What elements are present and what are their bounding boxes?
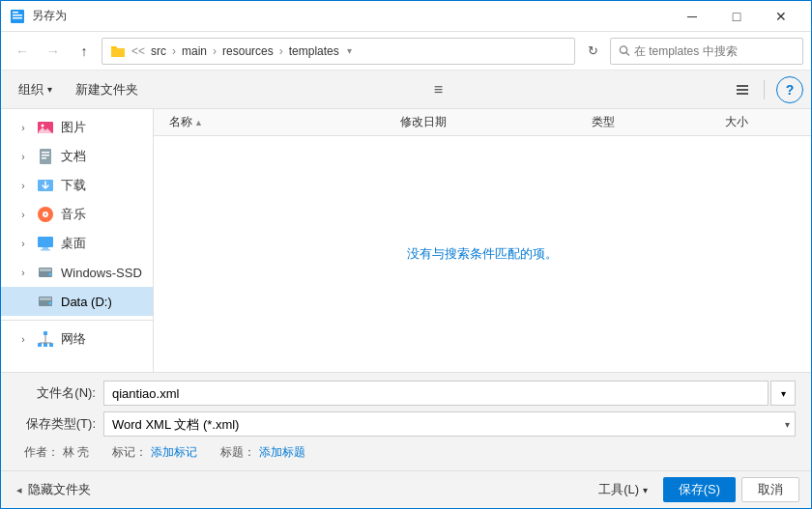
address-bar[interactable]: << src › main › resources › templates ▾ [102,38,575,65]
svg-rect-8 [737,93,748,95]
sort-arrow-name: ▲ [194,118,203,127]
filename-dropdown-button[interactable]: ▾ [770,381,796,406]
addr-sep-2: › [172,44,176,58]
svg-rect-12 [42,152,49,154]
author-label: 作者： [24,444,59,461]
help-button[interactable]: ? [776,76,803,103]
sidebar-item-windows-ssd[interactable]: › Windows-SSD [1,258,153,287]
sidebar-label-windows-ssd: Windows-SSD [61,266,142,280]
view-extra-button[interactable] [729,76,756,103]
desktop-icon [36,234,55,253]
search-input[interactable] [634,44,795,58]
svg-rect-30 [44,343,47,347]
svg-rect-29 [38,343,42,347]
svg-rect-2 [13,17,22,19]
forward-button[interactable]: → [40,38,67,65]
col-header-size[interactable]: 大小 [717,114,811,130]
svg-rect-31 [49,343,53,347]
hide-folders-arrow: ◂ [13,484,26,496]
action-divider [764,80,765,99]
svg-point-27 [49,302,52,305]
new-folder-button[interactable]: 新建文件夹 [66,76,148,103]
sidebar-item-data-d[interactable]: Data (D:) [1,287,153,316]
tags-item: 标记： 添加标记 [112,444,197,461]
tools-button[interactable]: 工具(L) ▾ [589,477,657,502]
list-view-icon [736,83,749,97]
bottom-section: 文件名(N): ▾ 保存类型(T): Word XML 文档 (*.xml) X… [1,372,811,470]
filetype-select[interactable]: Word XML 文档 (*.xml) XML 文档 (*.xml) 所有文件 … [103,411,796,437]
addr-part-templates: templates [289,44,339,58]
sidebar-item-network[interactable]: › 网络 [1,325,153,353]
expand-icon-documents: › [16,150,30,163]
addr-sep-3: › [213,44,217,58]
sidebar-label-desktop: 桌面 [61,235,86,252]
save-button[interactable]: 保存(S) [663,477,736,502]
documents-icon [36,147,55,166]
col-header-type[interactable]: 类型 [584,114,717,130]
title-link[interactable]: 添加标题 [259,444,305,461]
addr-part-src: src [151,44,166,58]
windows-ssd-icon [36,263,55,282]
svg-rect-13 [42,155,49,156]
metadata-row: 作者： 林 壳 标记： 添加标记 标题： 添加标题 [16,442,796,463]
back-button[interactable]: ← [9,38,36,65]
folder-icon [110,43,126,59]
file-list-header: 名称 ▲ 修改日期 类型 大小 [154,109,811,136]
sidebar-item-pictures[interactable]: › 图片 [1,113,153,142]
footer: ◂ 隐藏文件夹 工具(L) ▾ 保存(S) 取消 [1,470,811,508]
sidebar-item-downloads[interactable]: › 下载 [1,171,153,200]
addr-part-main: main [182,44,207,58]
action-bar: 组织 ▾ 新建文件夹 ≡ ? [1,71,811,109]
filetype-label: 保存类型(T): [16,415,103,433]
save-as-dialog: 另存为 ─ □ ✕ ← → ↑ << src › main › resource… [0,0,812,509]
hide-folders-label: 隐藏文件夹 [28,481,91,498]
author-value: 林 壳 [63,444,89,461]
svg-rect-20 [43,247,48,249]
file-list: 名称 ▲ 修改日期 类型 大小 没有与搜索条件匹配的项。 [154,109,811,372]
addr-sep-4: › [279,44,283,58]
col-header-name[interactable]: 名称 ▲ [161,114,392,130]
up-button[interactable]: ↑ [71,38,98,65]
addr-sep-1: << [131,44,145,58]
svg-rect-1 [13,14,22,16]
svg-rect-3 [13,12,18,14]
svg-rect-6 [737,85,748,87]
cancel-button[interactable]: 取消 [741,477,799,502]
svg-rect-26 [40,297,51,300]
expand-icon-network: › [16,332,30,346]
sidebar-item-documents[interactable]: › 文档 [1,142,153,171]
title-bar-text: 另存为 [32,8,670,24]
addr-dropdown-arrow[interactable]: ▾ [347,45,352,56]
sidebar-label-downloads: 下载 [61,177,86,194]
filename-input[interactable] [103,381,768,406]
sidebar-divider [1,320,153,321]
organize-dropdown-arrow: ▾ [47,84,52,95]
sidebar-label-documents: 文档 [61,148,86,165]
downloads-icon [36,176,55,195]
expand-icon-pictures: › [16,121,30,134]
svg-rect-14 [42,157,46,159]
organize-button[interactable]: 组织 ▾ [9,76,62,103]
view-options-button[interactable]: ≡ [425,76,452,103]
svg-rect-11 [40,149,51,164]
filetype-row: 保存类型(T): Word XML 文档 (*.xml) XML 文档 (*.x… [16,411,796,437]
sidebar-item-music[interactable]: › 音乐 [1,200,153,229]
pictures-icon [36,118,55,137]
refresh-button[interactable]: ↻ [579,38,606,65]
svg-rect-28 [44,331,47,335]
file-list-empty: 没有与搜索条件匹配的项。 [154,136,811,372]
close-button[interactable]: ✕ [759,1,803,32]
tags-link[interactable]: 添加标记 [151,444,197,461]
expand-icon-downloads: › [16,179,30,192]
col-header-date[interactable]: 修改日期 [392,114,584,130]
svg-point-18 [44,213,46,215]
expand-icon-windows-ssd: › [16,266,30,279]
expand-icon-desktop: › [16,237,30,250]
maximize-button[interactable]: □ [714,1,759,32]
minimize-button[interactable]: ─ [670,1,714,32]
svg-rect-7 [737,89,748,91]
sidebar-label-data-d: Data (D:) [61,295,112,309]
sidebar-item-desktop[interactable]: › 桌面 [1,229,153,258]
search-box[interactable] [610,38,803,65]
filename-row: 文件名(N): ▾ [16,381,796,406]
